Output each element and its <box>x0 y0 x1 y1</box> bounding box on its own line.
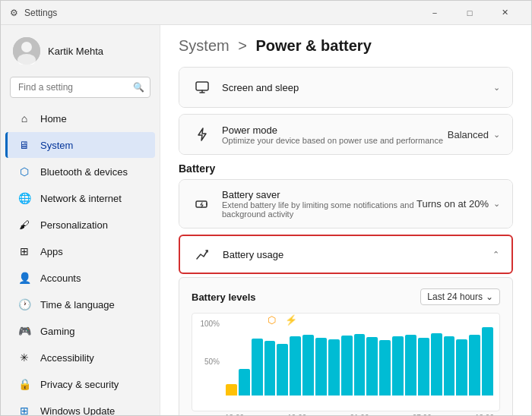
settings-window: ⚙ Settings − □ ✕ Kartik Mehta <box>0 0 532 416</box>
power-mode-value-container[interactable]: Balanced ⌄ <box>448 129 500 140</box>
battery-usage-collapse-icon: ⌃ <box>492 250 499 260</box>
chart-bar <box>431 333 442 396</box>
screen-sleep-text: Screen and sleep <box>222 82 493 93</box>
sidebar-item-bluetooth[interactable]: ⬡ Bluetooth & devices <box>5 159 155 184</box>
sidebar-item-privacy[interactable]: 🔒 Privacy & security <box>5 371 155 397</box>
battery-saver-value-container[interactable]: Turns on at 20% ⌄ <box>416 198 500 210</box>
maximize-button[interactable]: □ <box>452 1 487 25</box>
sidebar-item-accessibility[interactable]: ✳ Accessibility <box>5 345 155 370</box>
sidebar-item-time[interactable]: 🕐 Time & language <box>5 292 155 317</box>
chart-bar <box>418 338 429 396</box>
x-label-0700: 07:00 <box>413 414 432 415</box>
power-mode-card: Power mode Optimize your device based on… <box>179 114 513 155</box>
chart-x-axis: 13:00 19:00 01:00 07:00 13:00 <box>192 411 500 415</box>
sidebar-item-home[interactable]: ⌂ Home <box>5 106 155 131</box>
chart-bar <box>366 337 378 396</box>
sidebar-item-windows-update[interactable]: ⊞ Windows Update <box>5 398 155 415</box>
chart-bars <box>226 320 493 396</box>
lightning-icon: ⚡ <box>285 314 297 326</box>
sidebar-label-time: Time & language <box>40 299 115 310</box>
battery-saver-card: Battery saver Extend battery life by lim… <box>179 179 513 228</box>
screen-sleep-chevron-container: ⌄ <box>493 83 500 93</box>
sidebar-item-personalization[interactable]: 🖌 Personalization <box>5 212 155 238</box>
screen-sleep-card: Screen and sleep ⌄ <box>179 67 513 108</box>
x-label-1900: 19:00 <box>287 414 306 415</box>
sidebar-label-gaming: Gaming <box>40 326 75 337</box>
x-label-0100: 01:00 <box>350 414 369 415</box>
battery-saver-value: Turns on at 20% <box>416 198 489 210</box>
sidebar-label-accounts: Accounts <box>40 273 81 284</box>
chart-bar <box>328 339 340 396</box>
chart-bar <box>315 338 327 396</box>
accounts-icon: 👤 <box>17 271 31 285</box>
search-input[interactable] <box>10 77 150 98</box>
chart-bar <box>341 336 353 396</box>
gaming-icon: 🎮 <box>17 324 31 338</box>
chart-bar <box>239 369 250 396</box>
battery-levels-title: Battery levels <box>192 292 256 303</box>
power-mode-dropdown-icon: ⌄ <box>493 130 500 140</box>
time-range-selector[interactable]: Last 24 hours ⌄ <box>420 288 500 305</box>
power-mode-value: Balanced <box>448 129 489 140</box>
chart-y-axis: 100% 50% <box>192 320 223 396</box>
battery-saver-description: Extend battery life by limiting some not… <box>222 200 416 219</box>
sidebar-label-bluetooth: Bluetooth & devices <box>40 166 128 178</box>
user-profile: Kartik Mehta <box>1 31 160 74</box>
chart-bar <box>392 336 404 396</box>
y-label-100: 100% <box>200 320 220 328</box>
close-button[interactable]: ✕ <box>487 1 522 25</box>
battery-saver-icon <box>192 194 213 215</box>
sidebar-item-accounts[interactable]: 👤 Accounts <box>5 265 155 291</box>
svg-point-1 <box>21 42 32 52</box>
accessibility-icon: ✳ <box>17 351 31 364</box>
titlebar-controls: − □ ✕ <box>417 1 522 25</box>
sidebar-label-accessibility: Accessibility <box>40 352 94 364</box>
battery-usage-row[interactable]: Battery usage ⌃ <box>179 235 513 274</box>
battery-saver-row[interactable]: Battery saver Extend battery life by lim… <box>179 180 512 228</box>
power-mode-text: Power mode Optimize your device based on… <box>222 124 448 145</box>
screen-sleep-row[interactable]: Screen and sleep ⌄ <box>179 68 512 107</box>
content-area: Kartik Mehta 🔍 ⌂ Home 🖥 System ⬡ Bluetoo… <box>1 25 531 415</box>
sidebar-item-apps[interactable]: ⊞ Apps <box>5 238 155 264</box>
sidebar-label-system: System <box>40 140 73 151</box>
sidebar-label-network: Network & internet <box>40 193 122 204</box>
time-range-chevron-icon: ⌄ <box>486 292 493 302</box>
sidebar-item-gaming[interactable]: 🎮 Gaming <box>5 318 155 344</box>
chart-bar <box>469 335 480 396</box>
minimize-button[interactable]: − <box>417 1 452 25</box>
breadcrumb: System > Power & battery <box>179 37 513 55</box>
chart-bar <box>302 335 314 396</box>
breadcrumb-separator: > <box>238 37 251 54</box>
chart-bar <box>482 327 493 396</box>
chart-bar <box>444 336 455 396</box>
chart-bar <box>226 384 237 396</box>
settings-icon: ⚙ <box>10 8 18 18</box>
network-icon: 🌐 <box>17 191 31 205</box>
screen-sleep-chevron-icon: ⌄ <box>493 83 500 93</box>
sidebar-item-system[interactable]: 🖥 System <box>5 132 155 158</box>
battery-saver-dropdown-icon: ⌄ <box>493 199 500 209</box>
avatar <box>13 37 40 65</box>
titlebar-title: Settings <box>24 8 57 18</box>
sidebar-label-apps: Apps <box>40 246 63 257</box>
battery-levels-header: Battery levels Last 24 hours ⌄ <box>192 288 500 305</box>
titlebar: ⚙ Settings − □ ✕ <box>1 1 531 25</box>
breadcrumb-current: Power & battery <box>256 37 372 54</box>
sidebar-label-privacy: Privacy & security <box>40 379 119 390</box>
home-icon: ⌂ <box>17 112 31 125</box>
y-label-50: 50% <box>204 358 220 366</box>
svg-rect-3 <box>196 82 208 90</box>
charging-pin-icon: ⬡ <box>268 314 276 326</box>
battery-usage-label: Battery usage <box>223 249 492 260</box>
sidebar-item-network[interactable]: 🌐 Network & internet <box>5 185 155 211</box>
battery-chart: 100% 50% <box>192 313 500 411</box>
chart-bar <box>264 341 276 396</box>
sidebar-label-home: Home <box>40 113 67 124</box>
screen-sleep-icon <box>192 77 213 98</box>
system-icon: 🖥 <box>17 138 31 152</box>
power-mode-label: Power mode <box>222 124 448 136</box>
chart-bar <box>456 339 467 396</box>
chart-bar <box>277 344 288 396</box>
power-mode-row[interactable]: Power mode Optimize your device based on… <box>179 115 512 154</box>
x-label-1300-end: 13:00 <box>475 414 494 415</box>
